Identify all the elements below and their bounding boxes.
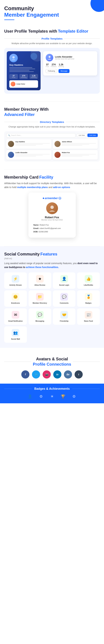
right-card-header: Leslie Alexander Member since 5th April …: [46, 54, 95, 62]
profile-badge-label: Profile Templates: [42, 37, 62, 40]
message-button[interactable]: Message: [58, 69, 69, 73]
feature-icon-12: 👥: [12, 329, 19, 336]
right-card-date: Member since 5th April 2018: [55, 58, 74, 60]
feature-item-10: 🤝 Friendship: [53, 308, 76, 325]
feature-label-11: News Feed: [84, 320, 93, 322]
badges-title-row: Badges & Achievements: [4, 387, 100, 390]
badge-icon-item-2: ☀: [49, 393, 55, 400]
search-icon: 🔍: [8, 134, 10, 136]
membership-since: Member since 5th April 2016: [34, 219, 71, 221]
feature-item-6: 💬 Comments: [53, 290, 76, 307]
feature-icon-10: 🤝: [60, 311, 68, 318]
directory-grid: Guy Hawkins James Wilson Leslie: [6, 139, 98, 160]
dir-info-2: James Wilson: [62, 141, 96, 146]
dir-card-4: Robert Fox: [53, 150, 98, 160]
profile-text-lines: [9, 67, 38, 72]
feature-icon-4: 😊: [12, 293, 19, 300]
membership-card: armember Robert Fox Member since 5th Apr…: [28, 192, 76, 238]
svg-point-0: [12, 56, 15, 58]
dir-name-4: Robert Fox: [62, 152, 96, 154]
mini-name: Cody Fisher: [16, 83, 25, 85]
header-title-line2: Member Engagement: [4, 12, 100, 18]
dir-name-1: Guy Hawkins: [15, 141, 50, 142]
avatars-section: Avatars & Social Profile Connections f🐦📷…: [0, 348, 104, 384]
feature-item-5: 📁 Member Directory: [29, 290, 51, 307]
directory-sub-text: Change appropriate listing style suit to…: [8, 125, 96, 129]
logo-dot: [43, 198, 44, 199]
feature-label-5: Member Directory: [33, 302, 47, 304]
mini-avatar: [11, 82, 15, 86]
social-icons-row: f🐦📷inВкt: [4, 370, 100, 378]
feature-icon-6: 💬: [60, 293, 68, 300]
facebook-icon[interactable]: f: [21, 370, 29, 378]
header-section: Community Member Engagement: [0, 0, 104, 24]
avatars-line-left: [4, 362, 31, 362]
badge-icon-item-0: 👤: [27, 393, 34, 400]
feature-label-9: Messaging: [36, 320, 44, 322]
vk-icon[interactable]: Вк: [64, 370, 72, 378]
feature-label-0: Activity Stream: [9, 284, 22, 286]
directory-search-row: 🔍 Search Here... List View Grid View: [6, 133, 98, 138]
dir-badge-line-left: [4, 122, 38, 122]
tab-grid-view[interactable]: Grid View: [87, 134, 98, 137]
twitter-icon[interactable]: 🐦: [32, 370, 40, 378]
feature-icon-11: 📰: [85, 311, 92, 318]
dir-card-1: Guy Hawkins: [6, 139, 52, 149]
dir-badge-line-right: [66, 122, 100, 122]
dir-card-2: James Wilson: [53, 139, 98, 149]
badge-icon-3: 🏆: [60, 393, 66, 400]
feature-icon-5: 📁: [36, 293, 44, 300]
social-features-section: Social Community Features (Add on) Long …: [0, 246, 104, 348]
right-avatar: [46, 54, 53, 62]
avatars-title-main: Avatars & Social: [33, 356, 71, 362]
badge-icon-1: ⚙: [38, 393, 45, 400]
features-desc: Long awaited widest range of popular soc…: [4, 262, 100, 269]
membership-name: Robert Fox: [34, 216, 71, 219]
feature-label-6: Comments: [60, 302, 69, 304]
feature-label-3: Like/Dislike: [84, 284, 93, 286]
membership-section: Membership Card Facility ARMember has in…: [0, 170, 104, 246]
directory-badge-label: Directory Templates: [40, 120, 64, 124]
feature-item-12: 👥 Social Wall: [4, 326, 27, 343]
features-grid: ⚡ Activity Stream ★ Allow Review 👤 Socia…: [4, 272, 100, 343]
dir-info-4: Robert Fox: [62, 152, 96, 156]
badge-icon-item-1: ⚙: [38, 393, 45, 400]
instagram-icon[interactable]: 📷: [43, 370, 51, 378]
right-card-stats: 37 Posts 274 Followers 1.2k Following: [46, 63, 95, 68]
feature-item-2: 👤 Social Login: [53, 272, 76, 289]
badge-line-left: [4, 38, 40, 39]
feature-icon-3: 👍: [85, 275, 92, 282]
follow-button[interactable]: Following: [46, 69, 57, 73]
directory-badge-row: Directory Templates: [4, 120, 100, 124]
dir-info-1: Guy Hawkins: [15, 141, 50, 146]
tumblr-icon[interactable]: t: [75, 370, 83, 378]
profile-badge-row: Profile Templates: [4, 37, 100, 40]
linkedin-icon[interactable]: in: [53, 370, 61, 378]
dir-avatar-4: [54, 152, 60, 158]
feature-item-8: ✉ Email Notification: [4, 308, 27, 325]
profile-section-title: User Profile Templates with Template Edi…: [4, 28, 100, 34]
directory-tabs: List View Grid View: [77, 134, 98, 137]
dir-name-2: James Wilson: [62, 141, 96, 142]
badge-icon-4: ⚙: [71, 393, 77, 400]
badges-line-right: [72, 389, 100, 389]
profile-preview-wrapper: Guy Hawkins 37 Posts 274 Following 1.2k: [4, 48, 100, 94]
feature-icon-8: ✉: [12, 311, 19, 318]
profile-section: User Profile Templates with Template Edi…: [0, 24, 104, 101]
feature-icon-2: 👤: [60, 275, 68, 282]
badge-icon-item-3: 🏆: [60, 393, 66, 400]
membership-desc: ARMember has in-built support for multip…: [4, 182, 100, 189]
profile-avatar-left: [9, 54, 18, 62]
badge-icon-item-4: ⚙: [71, 393, 77, 400]
directory-preview: 🔍 Search Here... List View Grid View Guy…: [4, 131, 100, 162]
header-title-line1: Community: [4, 5, 100, 12]
tab-list-view[interactable]: List View: [77, 134, 87, 137]
feature-label-8: Email Notification: [8, 320, 23, 322]
feature-icon-1: ★: [36, 275, 44, 282]
feature-item-1: ★ Allow Review: [29, 272, 51, 289]
avatars-line-right: [73, 362, 100, 362]
header-underline: [4, 20, 14, 20]
membership-preview-wrapper: armember Robert Fox Member since 5th Apr…: [4, 192, 100, 238]
features-title: Social Community Features: [4, 252, 100, 257]
directory-section-title: Member Directory With Advanced Filter: [4, 106, 100, 117]
